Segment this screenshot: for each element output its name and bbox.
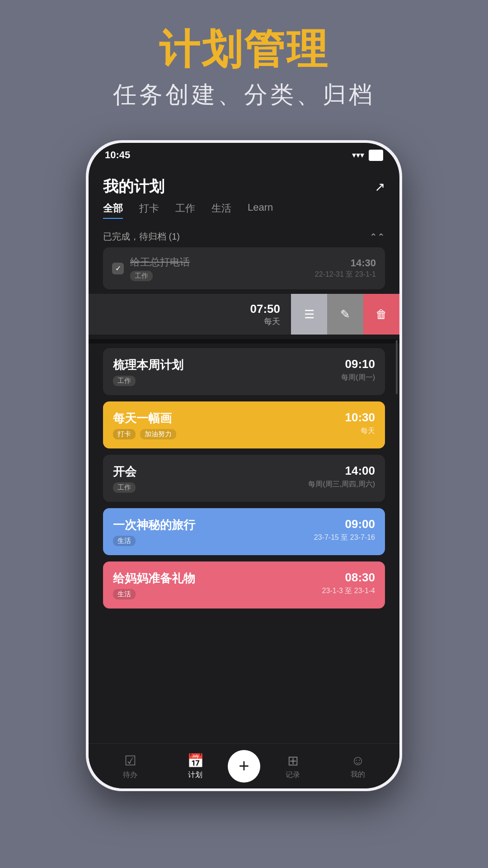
task-right-4: 09:00 23-7-15 至 23-7-16 (314, 517, 375, 542)
task-left-4: 一次神秘的旅行 生活 (113, 517, 195, 546)
completed-title: 给王总打电话 (130, 255, 190, 269)
checkbox[interactable]: ✓ (112, 263, 124, 274)
task-time-4: 09:00 (314, 517, 375, 531)
phone-frame: 10:45 ▾▾▾ 29 我的计划 ↗ 全部 打卡 工作 生活 Learn (86, 140, 402, 791)
task-left-2: 每天一幅画 打卡 加油努力 (113, 410, 179, 439)
tab-daka[interactable]: 打卡 (139, 202, 159, 219)
swipe-archive-btn[interactable]: ☰ (291, 294, 327, 335)
task-tag-2b: 加油努力 (140, 429, 176, 439)
section-header: 已完成，待归档 (1) ⌃⌃ (89, 226, 399, 247)
swipe-time-area: 07:50 每天 (89, 294, 291, 335)
task-time-3: 14:00 (308, 464, 375, 478)
tabs-container: 全部 打卡 工作 生活 Learn (89, 202, 399, 219)
task-tag-4: 生活 (113, 536, 136, 546)
task-right-3: 14:00 每周(周三,周四,周六) (308, 464, 375, 489)
task-card-2[interactable]: 每天一幅画 打卡 加油努力 10:30 每天 (103, 401, 385, 448)
completed-tag: 工作 (130, 271, 153, 281)
nav-icon-todo: ☑ (124, 753, 136, 769)
chart-icon[interactable]: ↗ (375, 179, 385, 194)
nav-icon-mine: ☺ (351, 753, 365, 768)
battery-badge: 29 (369, 150, 383, 161)
task-title-1: 梳理本周计划 (113, 357, 183, 373)
task-freq-3: 每周(周三,周四,周六) (308, 480, 375, 489)
task-time-2: 10:30 (345, 410, 375, 425)
section-label: 已完成，待归档 (1) (103, 231, 180, 243)
page-header: 计划管理 任务创建、分类、归档 (0, 27, 488, 111)
swipe-delete-btn[interactable]: 🗑 (363, 294, 399, 335)
nav-icon-plan: 📅 (187, 753, 204, 769)
notch (194, 143, 294, 160)
completed-time: 14:30 (315, 257, 376, 269)
nav-icon-record: ⊞ (287, 753, 299, 769)
nav-label-mine: 我的 (351, 770, 365, 779)
nav-item-mine[interactable]: ☺ 我的 (325, 753, 390, 779)
tab-learn[interactable]: Learn (248, 202, 273, 219)
task-tag-2a: 打卡 (113, 429, 136, 439)
task-left-5: 给妈妈准备礼物 生活 (113, 571, 195, 599)
status-icons: ▾▾▾ 29 (352, 150, 383, 161)
completed-time-col: 14:30 22-12-31 至 23-1-1 (315, 257, 376, 279)
task-title-4: 一次神秘的旅行 (113, 517, 195, 533)
nav-item-todo[interactable]: ☑ 待办 (98, 753, 163, 780)
task-title-3: 开会 (113, 464, 138, 480)
scroll-indicator (396, 340, 398, 394)
swipe-edit-btn[interactable]: ✎ (327, 294, 363, 335)
tab-work[interactable]: 工作 (175, 202, 195, 219)
bottom-nav: ☑ 待办 📅 计划 + ⊞ 记录 ☺ 我的 (89, 743, 399, 788)
task-right-2: 10:30 每天 (345, 410, 375, 436)
task-time-1: 09:10 (341, 357, 375, 371)
nav-item-record[interactable]: ⊞ 记录 (260, 753, 325, 780)
app-header-title: 我的计划 (103, 176, 164, 197)
task-card-4[interactable]: 一次神秘的旅行 生活 09:00 23-7-15 至 23-7-16 (103, 508, 385, 555)
task-right-5: 08:30 23-1-3 至 23-1-4 (322, 571, 375, 596)
task-card-3[interactable]: 开会 工作 14:00 每周(周三,周四,周六) (103, 455, 385, 502)
task-tag-1: 工作 (113, 376, 136, 386)
tab-all[interactable]: 全部 (103, 202, 123, 219)
task-left-3: 开会 工作 (113, 464, 138, 493)
swipe-actions: ☰ ✎ 🗑 (291, 294, 399, 335)
tab-life[interactable]: 生活 (211, 202, 231, 219)
app-content: 我的计划 ↗ 全部 打卡 工作 生活 Learn 已完成，待归档 (1) ⌃⌃ … (89, 167, 399, 743)
task-title-5: 给妈妈准备礼物 (113, 571, 195, 586)
completed-left: ✓ 给王总打电话 工作 (112, 255, 190, 281)
task-card-1[interactable]: 梳理本周计划 工作 09:10 每周(周一) (103, 348, 385, 395)
task-time-5: 08:30 (322, 571, 375, 585)
task-freq-4: 23-7-15 至 23-7-16 (314, 533, 375, 542)
task-freq-2: 每天 (345, 426, 375, 436)
completed-date: 22-12-31 至 23-1-1 (315, 270, 376, 279)
section-arrow[interactable]: ⌃⌃ (370, 231, 385, 242)
swipe-freq: 每天 (264, 316, 280, 327)
nav-add-button[interactable]: + (228, 750, 260, 783)
page-title-sub: 任务创建、分类、归档 (0, 79, 488, 111)
completed-card: ✓ 给王总打电话 工作 14:30 22-12-31 至 23-1-1 (103, 247, 385, 289)
nav-item-plan[interactable]: 📅 计划 (163, 753, 228, 780)
swipe-row: 07:50 每天 ☰ ✎ 🗑 (89, 294, 399, 335)
section-divider (89, 339, 399, 344)
task-freq-5: 23-1-3 至 23-1-4 (322, 586, 375, 596)
wifi-icon: ▾▾▾ (352, 150, 364, 160)
phone-inner: 10:45 ▾▾▾ 29 我的计划 ↗ 全部 打卡 工作 生活 Learn (89, 143, 399, 788)
task-freq-1: 每周(周一) (341, 373, 375, 382)
page-title-main: 计划管理 (0, 27, 488, 72)
task-right-1: 09:10 每周(周一) (341, 357, 375, 382)
status-time: 10:45 (105, 149, 130, 161)
nav-label-todo: 待办 (123, 770, 137, 780)
app-header: 我的计划 ↗ (89, 167, 399, 202)
nav-label-record: 记录 (286, 770, 300, 780)
task-card-5[interactable]: 给妈妈准备礼物 生活 08:30 23-1-3 至 23-1-4 (103, 561, 385, 609)
swipe-time: 07:50 (250, 302, 281, 316)
task-left-1: 梳理本周计划 工作 (113, 357, 183, 386)
completed-info: 给王总打电话 工作 (130, 255, 190, 281)
task-title-2: 每天一幅画 (113, 410, 179, 426)
task-tag-3: 工作 (113, 482, 136, 493)
nav-label-plan: 计划 (188, 770, 202, 780)
task-tag-5: 生活 (113, 589, 136, 599)
task-list: 梳理本周计划 工作 09:10 每周(周一) 每天一幅画 打卡 加油努力 (89, 348, 399, 609)
